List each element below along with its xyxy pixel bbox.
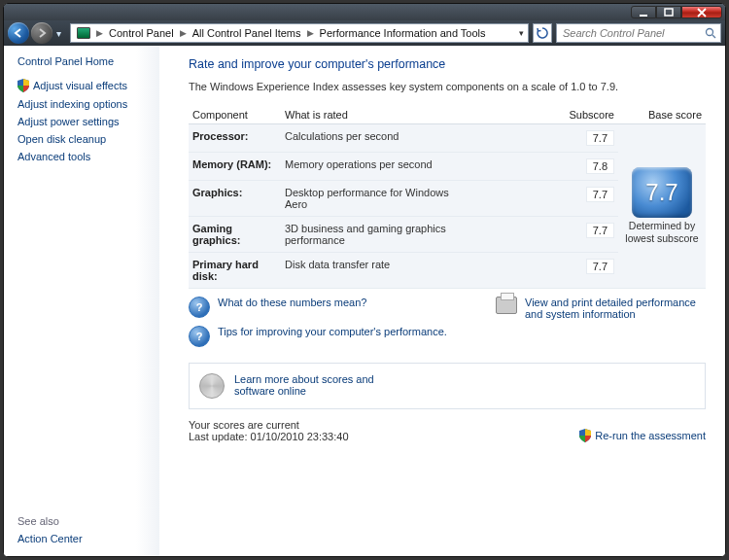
learn-more-box: Learn more about scores and software onl… (189, 363, 706, 409)
help-icon: ? (189, 326, 210, 347)
search-box[interactable] (556, 23, 721, 43)
col-subscore: Subscore (475, 106, 618, 124)
rerun-label: Re-run the assessment (595, 430, 706, 441)
software-icon (199, 373, 225, 399)
last-update-label: Last update: 01/10/2010 23:33:40 (189, 431, 349, 442)
help-links-row: ? What do these numbers mean? ? Tips for… (189, 297, 706, 355)
breadcrumb-root[interactable] (73, 27, 94, 39)
svg-rect-0 (640, 15, 647, 17)
svg-point-2 (707, 29, 713, 36)
scores-table: Component What is rated Subscore Base sc… (189, 106, 706, 289)
page-title: Rate and improve your computer's perform… (189, 57, 706, 71)
sidebar-item-label: Advanced tools (17, 151, 90, 162)
maximize-button[interactable] (656, 6, 681, 18)
back-button[interactable] (8, 22, 29, 44)
sidebar-advanced-tools[interactable]: Advanced tools (17, 149, 159, 164)
cell-component: Memory (RAM): (189, 153, 281, 181)
cell-subscore: 7.8 (475, 153, 618, 181)
status-row: Your scores are current Last update: 01/… (189, 419, 706, 442)
cell-rated: Memory operations per second (281, 153, 475, 181)
cell-subscore: 7.7 (475, 181, 618, 217)
refresh-button[interactable] (533, 23, 552, 43)
monitor-icon (77, 27, 90, 39)
link-what-numbers-mean[interactable]: What do these numbers mean? (218, 297, 366, 308)
search-input[interactable] (561, 26, 701, 40)
cell-component: Primary hard disk: (189, 253, 281, 289)
chevron-right-icon: ▶ (178, 28, 189, 38)
breadcrumb-all-items[interactable]: All Control Panel Items (189, 27, 305, 39)
sidebar-adjust-visual-effects[interactable]: Adjust visual effects (17, 77, 159, 94)
sidebar-item-label: Open disk cleanup (17, 133, 106, 145)
page-description: The Windows Experience Index assesses ke… (189, 81, 706, 92)
sidebar-disk-cleanup[interactable]: Open disk cleanup (17, 131, 159, 147)
shield-icon (579, 429, 591, 442)
main-content: Rate and improve your computer's perform… (159, 46, 725, 556)
sidebar-adjust-power[interactable]: Adjust power settings (17, 114, 159, 129)
col-basescore: Base score (618, 106, 706, 124)
cell-component: Processor: (189, 124, 281, 153)
cell-subscore: 7.7 (475, 124, 618, 153)
cell-subscore: 7.7 (475, 253, 618, 289)
search-icon (705, 27, 716, 39)
base-score-cell: 7.7 Determined by lowest subscore (618, 124, 706, 289)
breadcrumb-current[interactable]: Performance Information and Tools (316, 27, 490, 39)
cell-rated: Desktop performance for Windows Aero (281, 181, 475, 217)
svg-line-3 (712, 35, 715, 38)
breadcrumb-control-panel[interactable]: Control Panel (105, 27, 178, 39)
control-panel-home-link[interactable]: Control Panel Home (17, 55, 159, 67)
base-score-badge: 7.7 (632, 167, 692, 218)
address-dropdown-icon[interactable]: ▾ (517, 28, 526, 38)
see-also-label: See also (17, 515, 83, 527)
cell-component: Gaming graphics: (189, 217, 281, 253)
sidebar-adjust-indexing[interactable]: Adjust indexing options (17, 96, 159, 112)
help-icon: ? (189, 297, 210, 318)
sidebar: Control Panel Home Adjust visual effects… (4, 46, 159, 556)
navigation-bar: ▾ ▶ Control Panel ▶ All Control Panel It… (4, 20, 725, 46)
svg-rect-1 (665, 9, 673, 16)
base-score-caption: Determined by lowest subscore (622, 220, 702, 244)
cell-subscore: 7.7 (475, 217, 618, 253)
link-view-print-details[interactable]: View and print detailed performance and … (525, 297, 700, 320)
scores-current-label: Your scores are current (189, 419, 349, 431)
forward-button[interactable] (31, 22, 52, 44)
sidebar-item-label: Adjust visual effects (33, 80, 127, 91)
printer-icon (496, 297, 517, 314)
see-also-section: See also Action Center (17, 515, 83, 546)
cell-component: Graphics: (189, 181, 281, 217)
sidebar-item-label: Adjust power settings (17, 116, 120, 127)
col-rated: What is rated (281, 106, 475, 124)
cell-rated: Disk data transfer rate (281, 253, 475, 289)
shield-icon (17, 79, 29, 92)
link-learn-more-software[interactable]: Learn more about scores and software onl… (234, 373, 409, 397)
rerun-assessment-link[interactable]: Re-run the assessment (579, 429, 706, 442)
sidebar-item-label: Adjust indexing options (17, 98, 127, 110)
cell-rated: 3D business and gaming graphics performa… (281, 217, 475, 253)
action-center-link[interactable]: Action Center (17, 531, 83, 546)
col-component: Component (189, 106, 281, 124)
nav-arrows (8, 22, 52, 44)
minimize-button[interactable] (631, 6, 656, 18)
chevron-right-icon: ▶ (305, 28, 316, 38)
table-row: Processor: Calculations per second 7.7 7… (189, 124, 706, 153)
control-panel-window: ▾ ▶ Control Panel ▶ All Control Panel It… (3, 3, 726, 557)
close-button[interactable] (681, 6, 722, 18)
window-controls (631, 6, 722, 18)
window-titlebar (4, 4, 725, 20)
history-dropdown-icon[interactable]: ▾ (56, 28, 66, 39)
address-breadcrumb[interactable]: ▶ Control Panel ▶ All Control Panel Item… (70, 23, 529, 43)
cell-rated: Calculations per second (281, 124, 475, 153)
link-tips-improve[interactable]: Tips for improving your computer's perfo… (218, 326, 447, 337)
chevron-right-icon: ▶ (94, 28, 105, 38)
